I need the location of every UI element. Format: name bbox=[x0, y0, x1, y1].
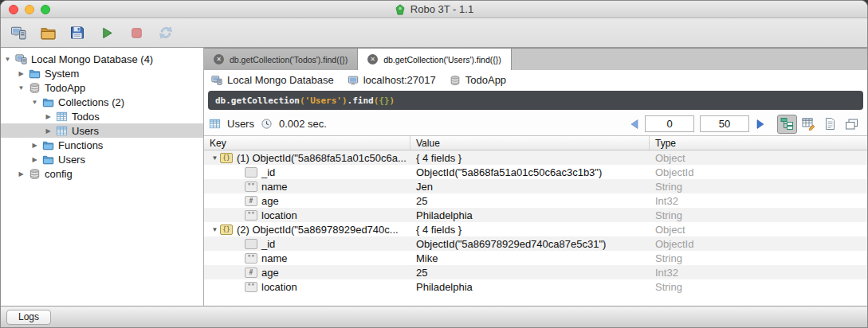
close-tab-icon[interactable]: ✕ bbox=[214, 54, 224, 64]
next-page-button[interactable] bbox=[755, 118, 765, 130]
row-value: ObjectId("5a86978929ed740ca87e5c31") bbox=[410, 238, 650, 250]
row-key: name bbox=[261, 181, 288, 193]
tree-item-collections[interactable]: ▼ Collections (2) bbox=[1, 95, 203, 109]
previous-page-button[interactable] bbox=[629, 118, 639, 130]
stop-button[interactable] bbox=[127, 23, 146, 42]
window-title: Robo 3T - 1.1 bbox=[395, 3, 473, 15]
string-icon: "" bbox=[245, 210, 257, 221]
string-icon: "" bbox=[245, 182, 257, 192]
execute-button[interactable] bbox=[97, 23, 116, 42]
expand-open-icon[interactable]: ▼ bbox=[16, 84, 26, 92]
tree-item-label: Todos bbox=[72, 111, 100, 123]
expand-closed-icon[interactable]: ▶ bbox=[29, 156, 40, 163]
tree-item-config[interactable]: ▶ config bbox=[1, 166, 203, 181]
row-type: Int32 bbox=[650, 195, 867, 207]
row-type: ObjectId bbox=[650, 238, 867, 250]
results-table: Key Value Type ▼ {} (1) ObjectId("5a868f… bbox=[204, 136, 867, 306]
column-header-type[interactable]: Type bbox=[650, 136, 867, 150]
connect-icon bbox=[10, 25, 27, 41]
refresh-icon bbox=[158, 25, 174, 41]
table-row-field[interactable]: "" location Philadelphia String bbox=[204, 208, 867, 222]
table-row-field[interactable]: "" name Jen String bbox=[204, 179, 867, 193]
tree-item-todos[interactable]: ▶ Todos bbox=[1, 109, 203, 123]
expand-closed-icon[interactable]: ▶ bbox=[43, 113, 53, 120]
query-token: .find bbox=[348, 96, 374, 106]
app-window: Robo 3T - 1.1 ▼ Local Mongo Database (4)… bbox=[0, 0, 868, 328]
database-icon bbox=[450, 75, 461, 86]
custom-view-button[interactable] bbox=[842, 115, 862, 134]
query-token: ( bbox=[374, 96, 379, 106]
query-tab-bar: ✕ db.getCollection('Todos').find({}) ✕ d… bbox=[204, 48, 867, 70]
tree-item-label: Local Mongo Database (4) bbox=[31, 53, 153, 65]
text-view-button[interactable] bbox=[820, 115, 840, 134]
expand-closed-icon[interactable]: ▶ bbox=[16, 70, 26, 77]
minimize-window-button[interactable] bbox=[25, 5, 34, 14]
query-token: 'Users' bbox=[305, 96, 342, 106]
table-row-field[interactable]: "" location Philadelphia String bbox=[204, 279, 867, 294]
expand-closed-icon[interactable]: ▶ bbox=[16, 170, 26, 178]
row-value: 25 bbox=[410, 267, 650, 279]
row-key: (1) ObjectId("5a868fa51a01c50c6a... bbox=[237, 152, 407, 164]
save-button[interactable] bbox=[68, 23, 87, 42]
tree-item-users-folder[interactable]: ▶ Users bbox=[1, 152, 203, 166]
row-type: String bbox=[650, 209, 867, 221]
table-row-field[interactable]: _id ObjectId("5a868fa51a01c50c6ac3c1b3")… bbox=[204, 165, 867, 179]
table-view-button[interactable] bbox=[799, 115, 819, 134]
table-row-field[interactable]: _id ObjectId("5a86978929ed740ca87e5c31")… bbox=[204, 236, 867, 251]
column-header-key[interactable]: Key bbox=[204, 136, 410, 150]
row-key: age bbox=[261, 195, 279, 207]
stop-icon bbox=[129, 25, 144, 41]
tab-label: db.getCollection('Users').find({}) bbox=[383, 55, 501, 64]
logs-button[interactable]: Logs bbox=[6, 310, 51, 325]
column-header-value[interactable]: Value bbox=[410, 136, 650, 150]
table-row-field[interactable]: "" name Mike String bbox=[204, 251, 867, 265]
tree-item-todoapp[interactable]: ▼ TodoApp bbox=[1, 80, 203, 95]
integer-icon: # bbox=[245, 196, 257, 206]
tab-users-query[interactable]: ✕ db.getCollection('Users').find({}) bbox=[358, 49, 512, 70]
table-row-document-1[interactable]: ▼ {} (1) ObjectId("5a868fa51a01c50c6a...… bbox=[204, 150, 867, 165]
main-toolbar bbox=[1, 18, 867, 48]
tree-item-local-mongo-database[interactable]: ▼ Local Mongo Database (4) bbox=[1, 52, 203, 66]
table-row-field[interactable]: # age 25 Int32 bbox=[204, 265, 867, 279]
breadcrumb-connection: Local Mongo Database bbox=[211, 74, 334, 86]
arrow-right-icon bbox=[756, 119, 765, 130]
query-token: db.getCollection bbox=[215, 96, 300, 106]
tree-item-label: System bbox=[45, 68, 79, 80]
limit-input[interactable] bbox=[700, 115, 749, 132]
expand-open-icon[interactable]: ▼ bbox=[210, 154, 220, 162]
string-icon: "" bbox=[245, 253, 257, 264]
tree-item-users-collection[interactable]: ▶ Users bbox=[1, 123, 203, 138]
connect-button[interactable] bbox=[9, 23, 28, 42]
expand-closed-icon[interactable]: ▶ bbox=[29, 142, 40, 149]
query-token: {} bbox=[379, 96, 389, 106]
results-query-time: 0.002 sec. bbox=[279, 118, 327, 130]
zoom-window-button[interactable] bbox=[41, 5, 50, 14]
tab-todos-query[interactable]: ✕ db.getCollection('Todos').find({}) bbox=[204, 49, 358, 70]
table-row-document-2[interactable]: ▼ {} (2) ObjectId("5a86978929ed740c... {… bbox=[204, 222, 867, 236]
tree-item-label: config bbox=[45, 168, 73, 180]
expand-closed-icon[interactable]: ▶ bbox=[43, 127, 53, 135]
tree-item-system[interactable]: ▶ System bbox=[1, 66, 203, 80]
tree-view-icon bbox=[780, 117, 794, 131]
tree-view-button[interactable] bbox=[777, 115, 797, 134]
close-window-button[interactable] bbox=[9, 5, 18, 14]
skip-input[interactable] bbox=[645, 115, 694, 132]
status-bar: Logs bbox=[1, 306, 867, 327]
expand-open-icon[interactable]: ▼ bbox=[29, 99, 40, 106]
open-button[interactable] bbox=[38, 23, 57, 42]
table-row-field[interactable]: # age 25 Int32 bbox=[204, 193, 867, 208]
query-editor[interactable]: db.getCollection('Users').find({}) bbox=[208, 91, 863, 110]
tree-item-label: Collections (2) bbox=[58, 96, 124, 108]
database-explorer: ▼ Local Mongo Database (4) ▶ System ▼ To… bbox=[1, 48, 204, 306]
row-value: Philadelphia bbox=[410, 281, 650, 293]
app-logo-icon bbox=[395, 4, 406, 15]
tree-item-functions[interactable]: ▶ Functions bbox=[1, 138, 203, 152]
collection-icon bbox=[209, 118, 221, 130]
tree-item-label: Users bbox=[72, 125, 99, 137]
expand-open-icon[interactable]: ▼ bbox=[2, 56, 13, 63]
orientation-button[interactable] bbox=[156, 23, 175, 42]
results-toolbar: Users 0.002 sec. bbox=[204, 112, 867, 136]
close-tab-icon[interactable]: ✕ bbox=[367, 54, 378, 64]
query-token: ) bbox=[390, 96, 395, 106]
expand-open-icon[interactable]: ▼ bbox=[210, 226, 220, 233]
